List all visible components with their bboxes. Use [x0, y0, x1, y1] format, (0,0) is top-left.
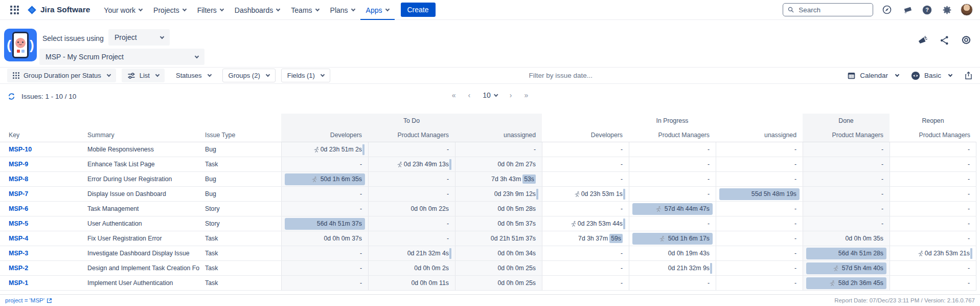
running-status-icon: [570, 221, 577, 227]
nav-item-apps[interactable]: Apps: [360, 0, 395, 20]
duration-cell: -: [716, 142, 803, 157]
nav-item-teams[interactable]: Teams: [285, 0, 324, 20]
app-settings-gear-icon[interactable]: [961, 34, 972, 46]
next-page-button[interactable]: ›: [510, 91, 512, 99]
issue-type-cell: Task: [199, 161, 281, 168]
chevron-down-icon: [948, 73, 952, 77]
group-header-reopen: Reopen: [890, 114, 976, 128]
issue-source-select[interactable]: Project: [108, 29, 170, 46]
display-mode-select[interactable]: Basic: [911, 71, 952, 80]
duration-cell: -: [368, 187, 455, 201]
settings-gear-icon[interactable]: [941, 4, 953, 16]
share-icon[interactable]: [939, 35, 950, 46]
create-button[interactable]: Create: [401, 3, 436, 17]
table-row-msp-1: MSP-1Implement User AuthenticationTask-0…: [0, 276, 976, 291]
duration-cell: -: [629, 216, 716, 231]
calendar-select[interactable]: Calendar: [847, 71, 899, 80]
issue-key-link[interactable]: MSP-6: [9, 205, 28, 212]
nav-menu: Your workProjectsFiltersDashboardsTeamsP…: [98, 0, 394, 19]
issue-key-link[interactable]: MSP-4: [9, 235, 28, 242]
export-icon[interactable]: [964, 71, 973, 80]
issue-date-filter-input[interactable]: [528, 71, 646, 80]
jql-filter-link[interactable]: project = 'MSP': [5, 297, 52, 303]
duration-cell: 56d 4h 51m 28s: [803, 246, 890, 260]
search-input[interactable]: [797, 6, 868, 14]
duration-cell: -: [803, 187, 890, 201]
nav-item-filters[interactable]: Filters: [192, 0, 229, 20]
first-page-button[interactable]: «: [452, 91, 456, 99]
duration-cell: 55d 5h 48m 19s: [716, 187, 803, 201]
notifications-bell-icon[interactable]: [901, 4, 913, 16]
duration-cell: -: [716, 246, 803, 260]
user-avatar[interactable]: [961, 4, 973, 16]
project-select[interactable]: MSP - My Scrum Project: [39, 49, 204, 65]
duration-highlight-pill: 57d 4h 44m 47s: [632, 203, 713, 215]
running-status-icon: [655, 206, 662, 212]
duration-cell: 0d 0h 5m 37s: [455, 216, 542, 231]
duration-cell: -: [890, 202, 976, 216]
jira-logo[interactable]: Jira Software: [27, 5, 90, 15]
report-toolbar: Group Duration per Status List Statuses …: [0, 67, 980, 84]
column-header-to-do-unassigned: unassigned: [455, 128, 542, 142]
calendar-icon: [847, 71, 856, 80]
column-header-to-do-product-managers: Product Managers: [368, 128, 455, 142]
duration-cell: -: [629, 187, 716, 201]
duration-mini-bar: [623, 218, 625, 229]
app-switcher-icon[interactable]: [7, 3, 22, 17]
issue-key-link[interactable]: MSP-2: [9, 265, 28, 272]
refresh-icon[interactable]: [7, 92, 16, 101]
duration-mini-bar: [449, 248, 451, 259]
issue-type-cell: Bug: [199, 176, 281, 183]
footer: project = 'MSP' Report Date: 07/Dec/23 3…: [0, 294, 980, 306]
duration-cell: 0d 0h 0m 37s: [281, 231, 368, 246]
issue-key-link[interactable]: MSP-9: [9, 161, 28, 168]
group-header-to-do: To Do: [281, 114, 542, 128]
column-header-summary: Summary: [82, 128, 199, 142]
group-header-done: Done: [803, 114, 890, 128]
duration-highlight-pill: 50d 1h 6m 35s: [285, 173, 365, 185]
nav-item-plans[interactable]: Plans: [325, 0, 360, 20]
issue-key-link[interactable]: MSP-5: [9, 220, 28, 227]
discover-icon[interactable]: [881, 4, 893, 16]
nav-item-projects[interactable]: Projects: [148, 0, 192, 20]
chevron-down-icon: [494, 92, 498, 96]
fields-select[interactable]: Fields (1): [281, 69, 330, 82]
issue-key-link[interactable]: MSP-1: [9, 279, 28, 287]
duration-cell: -: [803, 202, 890, 216]
groups-select[interactable]: Groups (2): [222, 69, 276, 82]
summary-cell: Design and Implement Task Creation Form: [82, 265, 199, 272]
logo-text: Jira Software: [40, 5, 90, 14]
duration-cell: 0d 0h 19m 43s: [629, 246, 716, 260]
page-size-select[interactable]: 10: [483, 91, 497, 99]
duration-cell: -: [890, 187, 976, 201]
duration-cell: -: [542, 202, 629, 216]
duration-cell: 0d 23h 53m 1s: [542, 187, 629, 201]
statuses-select[interactable]: Statuses: [170, 69, 217, 82]
chevron-down-icon: [155, 73, 159, 77]
issue-key-link[interactable]: MSP-3: [9, 250, 28, 257]
chevron-down-icon: [385, 7, 389, 11]
nav-item-your-work[interactable]: Your work: [98, 0, 148, 20]
summary-cell: Enhance Task List Page: [82, 161, 199, 168]
duration-highlight-pill: 58d 2h 36m 45s: [806, 277, 886, 289]
duration-highlight-pill: 50d 1h 6m 17s: [632, 233, 713, 245]
duration-cell: 57d 4h 44m 47s: [629, 202, 716, 216]
report-type-select[interactable]: Group Duration per Status: [7, 69, 116, 82]
announcement-megaphone-icon[interactable]: [917, 34, 928, 46]
help-icon[interactable]: ?: [921, 4, 933, 16]
duration-cell: 58d 2h 36m 45s: [803, 276, 890, 290]
duration-cell: -: [368, 231, 455, 246]
last-page-button[interactable]: »: [524, 91, 528, 99]
chevron-down-icon: [160, 34, 164, 38]
group-header-in-progress: In Progress: [542, 114, 803, 128]
pager: « ‹ 10 › »: [452, 91, 529, 99]
prev-page-button[interactable]: ‹: [468, 91, 471, 99]
view-type-select[interactable]: List: [122, 69, 165, 82]
running-status-icon: [832, 265, 839, 272]
issue-key-link[interactable]: MSP-10: [9, 146, 32, 153]
key-cell: MSP-7: [0, 190, 82, 198]
nav-item-dashboards[interactable]: Dashboards: [229, 0, 286, 20]
issue-key-link[interactable]: MSP-7: [9, 190, 28, 198]
issue-key-link[interactable]: MSP-8: [9, 176, 28, 183]
global-search[interactable]: [783, 3, 873, 16]
